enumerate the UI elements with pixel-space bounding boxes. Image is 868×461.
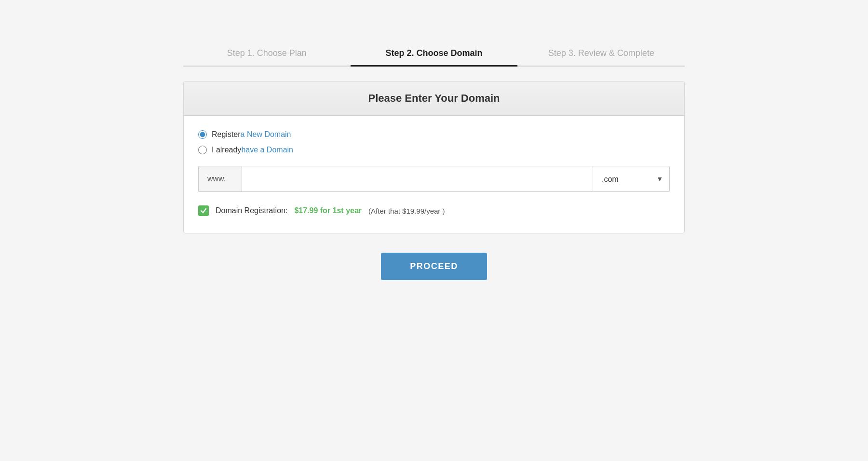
proceed-button[interactable]: PROCEED — [381, 253, 487, 280]
have-domain-link[interactable]: have a Domain — [241, 146, 293, 154]
step2-label: Step 2. Choose Domain — [385, 48, 482, 58]
tld-select[interactable]: .com .net .org .info .biz — [593, 166, 670, 192]
have-domain-prefix: I already — [212, 146, 241, 154]
domain-registration-row: Domain Registration: $17.99 for 1st year… — [198, 205, 670, 216]
registration-label: Domain Registration: — [216, 206, 287, 215]
step3-tab[interactable]: Step 3. Review & Complete — [517, 48, 685, 67]
card-header: Please Enter Your Domain — [184, 81, 684, 116]
steps-container: Step 1. Choose Plan Step 2. Choose Domai… — [183, 48, 685, 67]
registration-after-price: (After that $19.99/year ) — [368, 207, 445, 215]
card-body: Register a New Domain I already have a D… — [184, 116, 684, 233]
step1-label: Step 1. Choose Plan — [227, 48, 307, 58]
step2-tab[interactable]: Step 2. Choose Domain — [351, 48, 518, 67]
register-link[interactable]: a New Domain — [241, 130, 291, 139]
domain-text-input[interactable] — [242, 166, 593, 192]
tld-select-wrapper: .com .net .org .info .biz ▼ — [593, 166, 670, 192]
domain-registration-checkbox[interactable] — [198, 205, 209, 216]
checkmark-icon — [200, 207, 207, 214]
have-domain-radio[interactable] — [198, 146, 207, 154]
www-prefix-label: www. — [198, 166, 242, 192]
card-title: Please Enter Your Domain — [198, 92, 670, 105]
step1-tab[interactable]: Step 1. Choose Plan — [183, 48, 351, 67]
register-new-radio[interactable] — [198, 130, 207, 139]
register-new-domain-option[interactable]: Register a New Domain — [198, 130, 670, 139]
register-prefix: Register — [212, 130, 241, 139]
have-domain-option[interactable]: I already have a Domain — [198, 146, 670, 154]
page-wrapper: Step 1. Choose Plan Step 2. Choose Domai… — [0, 48, 868, 280]
domain-card: Please Enter Your Domain Register a New … — [183, 81, 685, 233]
registration-price: $17.99 for 1st year — [294, 206, 362, 215]
domain-input-row: www. .com .net .org .info .biz ▼ — [198, 166, 670, 192]
step3-label: Step 3. Review & Complete — [548, 48, 654, 58]
